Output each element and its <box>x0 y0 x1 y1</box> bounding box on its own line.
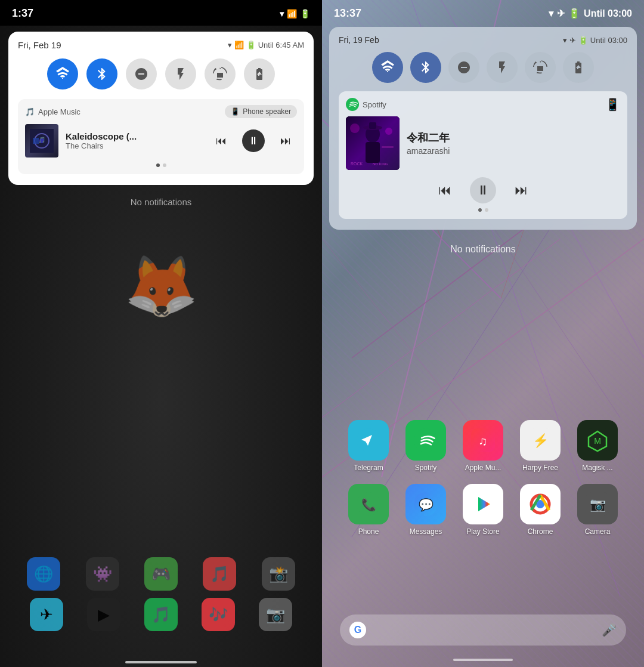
left-quick-toggles <box>18 58 304 89</box>
right-autorotate-toggle[interactable] <box>525 52 556 83</box>
right-flashlight-toggle[interactable] <box>487 52 518 83</box>
telegram-icon <box>348 420 389 461</box>
harpy-free-icon: ⚡ <box>520 420 561 461</box>
right-airplane-icon: ✈ <box>557 8 565 19</box>
app-arlive[interactable]: 🌐 <box>27 557 60 591</box>
right-notification-panel: Fri, 19 Feb ▾ ✈ 🔋 Until 03:00 <box>329 27 637 230</box>
right-track-title: 令和二年 <box>407 131 620 145</box>
chrome-icon <box>520 484 561 524</box>
svg-text:NO KING: NO KING <box>373 162 388 166</box>
left-track-info: Kaleidoscope (... The Chairs <box>66 131 203 150</box>
svg-text:🎵: 🎵 <box>38 136 46 144</box>
wifi-status-icon: ▾ <box>228 41 232 50</box>
svg-line-12 <box>322 239 561 418</box>
app-harpy-free[interactable]: ⚡ Harpy Free <box>520 420 561 472</box>
spotify-label: Spotify <box>415 464 437 472</box>
left-output-text: Phone speaker <box>243 107 291 116</box>
harpy-free-label: Harpy Free <box>522 464 558 472</box>
left-media-controls: ⏮ ⏸ ⏭ <box>210 129 297 152</box>
chrome-label: Chrome <box>528 527 553 536</box>
left-next-button[interactable]: ⏭ <box>274 129 297 152</box>
phone-icon: 📞 <box>348 484 389 524</box>
app-telegram[interactable]: Telegram <box>348 420 389 472</box>
left-time: 1:37 <box>12 7 33 20</box>
left-bluetooth-toggle[interactable] <box>86 58 117 89</box>
app-camera[interactable]: 📸 <box>262 557 295 591</box>
right-nav-handle <box>453 659 513 661</box>
spotify-icon <box>405 420 446 461</box>
left-panel-dnd: ▾ 📶 🔋 Until 6:45 AM <box>228 41 304 50</box>
left-play-button[interactable]: ⏸ <box>242 129 265 152</box>
magisk-label: Magisk ... <box>582 464 612 472</box>
right-status-icons: ▾ ✈ 🔋 Until 03:00 <box>549 8 632 19</box>
app-play-store[interactable]: Play Store <box>463 484 503 536</box>
left-media-card: 🎵 Apple Music 📱 Phone speaker <box>18 99 304 174</box>
dot-2 <box>163 163 166 167</box>
svg-text:♫: ♫ <box>479 434 488 447</box>
right-next-button[interactable]: ⏭ <box>508 177 534 203</box>
music-note-icon: 🎵 <box>25 107 35 116</box>
battery-icon: 🔋 <box>300 9 310 18</box>
signal-icon: 📶 <box>287 9 297 18</box>
left-wifi-toggle[interactable] <box>47 58 78 89</box>
right-dnd-toggle[interactable] <box>448 52 479 83</box>
right-page-dots <box>346 208 620 212</box>
right-dnd-label: Until 03:00 <box>590 36 627 45</box>
left-media-output[interactable]: 📱 Phone speaker <box>225 105 297 118</box>
left-app-name: Apple Music <box>38 107 80 116</box>
rdot-2 <box>485 208 488 212</box>
dock-telegram[interactable]: ✈ <box>30 598 63 631</box>
left-album-art: 🎵 <box>25 124 58 158</box>
right-status-bar: 13:37 ▾ ✈ 🔋 Until 03:00 <box>322 0 644 24</box>
right-battery-saver-toggle[interactable] <box>563 52 594 83</box>
right-media-controls: ⏮ ⏸ ⏭ <box>346 177 620 203</box>
left-phone: 🦊 1:37 ▾ 📶 🔋 Fri, Feb 19 ▾ 📶 🔋 Until 6:4… <box>0 0 322 667</box>
right-prev-button[interactable]: ⏮ <box>432 177 458 203</box>
phone-icon: 📱 <box>231 107 240 116</box>
right-app-name: Spotify <box>363 100 386 109</box>
app-game1[interactable]: 👾 <box>86 557 119 591</box>
right-output-icon[interactable]: 📱 <box>605 97 620 112</box>
left-battery-saver-toggle[interactable] <box>244 58 275 89</box>
apple-music-label: Apple Mu... <box>465 464 501 472</box>
left-panel-date: Fri, Feb 19 <box>18 40 61 50</box>
svg-text:📞: 📞 <box>361 498 376 512</box>
app-spotify[interactable]: Spotify <box>405 420 446 472</box>
svg-text:ROCK: ROCK <box>351 162 363 166</box>
left-flashlight-toggle[interactable] <box>165 58 196 89</box>
magisk-icon: M <box>577 420 618 461</box>
dock-applemusic[interactable]: 🎶 <box>202 598 235 631</box>
dock-camera[interactable]: 📷 <box>259 598 292 631</box>
left-dnd-toggle[interactable] <box>126 58 157 89</box>
right-battery-icon: 🔋 <box>568 8 580 19</box>
right-dnd-text: Until 03:00 <box>584 8 632 19</box>
app-music[interactable]: 🎵 <box>203 557 236 591</box>
left-status-icons: ▾ 📶 🔋 <box>280 9 310 18</box>
right-play-button[interactable]: ⏸ <box>470 177 496 203</box>
app-magisk[interactable]: M Magisk ... <box>577 420 618 472</box>
left-page-dots <box>25 163 297 167</box>
wallpaper-pokemon: 🦊 <box>101 227 221 346</box>
left-prev-button[interactable]: ⏮ <box>210 129 233 152</box>
app-phone[interactable]: 📞 Phone <box>348 484 389 536</box>
right-wifi-toggle[interactable] <box>372 52 403 83</box>
app-camera[interactable]: 📷 Camera <box>577 484 618 536</box>
left-dnd-text: Until 6:45 AM <box>258 41 304 50</box>
dock-spotify[interactable]: 🎵 <box>144 598 178 631</box>
right-media-content: ROCK NO KING 令和二年 amazarashi <box>346 116 620 170</box>
play-store-icon <box>463 484 503 524</box>
left-media-app: 🎵 Apple Music <box>25 107 80 116</box>
right-bluetooth-toggle[interactable] <box>410 52 441 83</box>
right-search-bar[interactable]: G 🎤 <box>340 614 626 646</box>
mic-icon[interactable]: 🎤 <box>602 623 617 637</box>
app-chrome[interactable]: Chrome <box>520 484 561 536</box>
app-apple-music[interactable]: ♫ Apple Mu... <box>463 420 503 472</box>
right-panel-date: Fri, 19 Feb <box>339 35 379 45</box>
app-messages[interactable]: 💬 Messages <box>405 484 446 536</box>
battery-status-icon: 🔋 <box>246 41 256 50</box>
svg-point-27 <box>385 128 392 135</box>
telegram-label: Telegram <box>354 464 383 472</box>
app-lifestyle[interactable]: 🎮 <box>144 557 178 591</box>
left-autorotate-toggle[interactable] <box>205 58 236 89</box>
dock-playstore[interactable]: ▶ <box>87 598 120 631</box>
